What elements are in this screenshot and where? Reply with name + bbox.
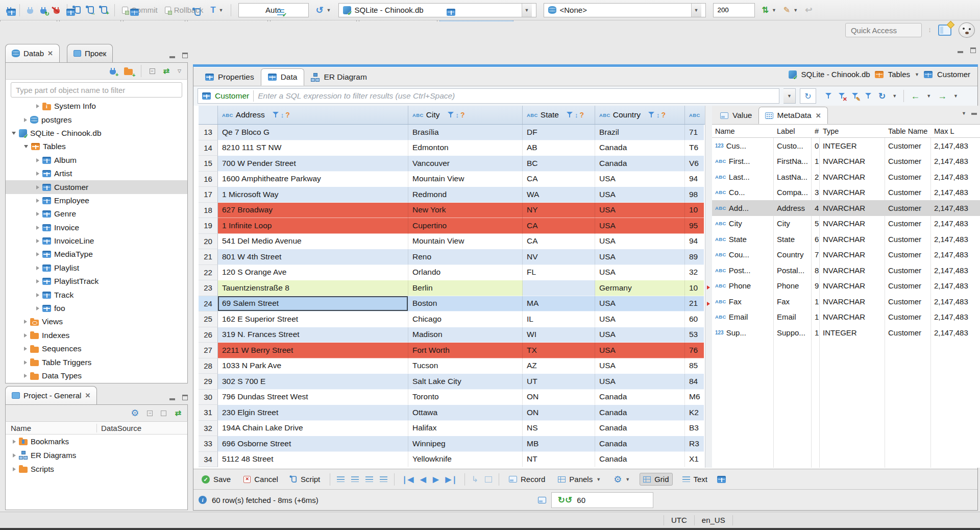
cell-city[interactable]: Mountain View [408, 234, 523, 250]
meta-cell-name[interactable]: ABCFax [712, 294, 774, 309]
tx-mode-combo[interactable]: Auto [238, 3, 309, 17]
tx-history-button[interactable]: ↺▼ [316, 5, 331, 16]
cell-postal[interactable]: 60 [685, 311, 704, 327]
tree-item-foo[interactable]: foo [6, 302, 187, 315]
cell-postal[interactable]: V6 [685, 156, 704, 172]
meta-cell-label[interactable]: Compa... [774, 185, 812, 201]
record-button[interactable]: Record [506, 473, 548, 485]
close-icon[interactable]: ✕ [816, 112, 821, 119]
meta-cell-type[interactable]: NVARCHAR [820, 185, 885, 201]
cell-country[interactable]: USA [595, 358, 685, 374]
cell-country[interactable]: USA [595, 249, 685, 265]
cell-city[interactable]: Madison [408, 327, 523, 343]
cell-address[interactable]: 194A Chain Lake Drive [218, 421, 408, 437]
cell-city[interactable]: Brasília [408, 125, 523, 140]
cell-postal[interactable]: 94 [685, 172, 704, 187]
row-number[interactable]: 31 [199, 405, 218, 421]
meta-cell-label[interactable]: City [774, 216, 812, 232]
column-header-city[interactable]: ABCCity↕? [408, 106, 523, 124]
meta-cell-max[interactable]: 2,147,483 [931, 247, 980, 263]
cell-postal[interactable]: M6 [685, 390, 704, 405]
settings-button[interactable]: ⚙▼ [610, 472, 633, 487]
transaction-log-button[interactable]: T▼ [210, 5, 223, 15]
meta-cell-max[interactable]: 2,147,483 [931, 325, 980, 341]
expand-arrow-icon[interactable] [36, 212, 39, 216]
column-datasource[interactable]: DataSource [96, 424, 141, 432]
cell-postal[interactable]: 10 [685, 280, 704, 296]
close-icon[interactable]: ✕ [85, 392, 90, 399]
tree-item-invoice[interactable]: Invoice [6, 221, 187, 234]
meta-cell-name[interactable]: ABCLast... [712, 169, 774, 185]
meta-cell-label[interactable]: FirstNa... [774, 154, 812, 170]
meta-cell-label[interactable]: State [774, 231, 812, 247]
cell-state[interactable]: NY [523, 203, 595, 219]
cell-country[interactable]: Canada [595, 140, 685, 156]
new-folder-icon[interactable]: + [124, 69, 133, 75]
cell-address[interactable]: Qe 7 Bloco G [218, 125, 408, 140]
cell-country[interactable]: Germany [595, 280, 685, 296]
expand-arrow-icon[interactable] [13, 453, 16, 457]
cell-country[interactable]: USA [595, 187, 685, 203]
expand-arrow-icon[interactable] [36, 172, 39, 176]
meta-cell-table[interactable]: Customer [885, 216, 931, 232]
cell-state[interactable]: NS [523, 421, 595, 437]
meta-cell-ord[interactable]: 4 [812, 200, 820, 216]
meta-cell-ord[interactable]: 5 [812, 216, 820, 232]
meta-cell-label[interactable]: Phone [774, 278, 812, 294]
cell-postal[interactable]: R3 [685, 436, 704, 452]
column-name[interactable]: Name [6, 424, 96, 432]
metadata-row[interactable]: ABCStateState6NVARCHARCustomer2,147,483 [712, 231, 980, 247]
connection-dropdown-button[interactable]: ▼ [522, 4, 532, 17]
metadata-row[interactable]: 123Cus...Custo...0INTEGERCustomer2,147,4… [712, 138, 980, 154]
cell-state[interactable]: AZ [523, 358, 595, 374]
cell-state[interactable]: CA [523, 172, 595, 187]
disconnect-button[interactable] [54, 7, 60, 14]
cell-state[interactable]: ON [523, 390, 595, 405]
cell-postal[interactable]: 98 [685, 187, 704, 203]
row-number[interactable]: 26 [199, 327, 218, 343]
expand-arrow-icon[interactable] [36, 104, 39, 108]
cell-city[interactable]: Reno [408, 249, 523, 265]
tab-projects[interactable]: Проек [67, 44, 113, 62]
filter-funnel-icon[interactable] [273, 112, 279, 118]
expand-arrow-icon[interactable] [36, 252, 39, 256]
cell-address[interactable]: 120 S Orange Ave [218, 265, 408, 281]
row-number[interactable]: 16 [199, 172, 218, 187]
meta-cell-type[interactable]: NVARCHAR [820, 262, 885, 278]
tree-item-playlisttrack[interactable]: PlaylistTrack [6, 275, 187, 288]
cell-state[interactable]: AB [523, 140, 595, 156]
meta-cell-table[interactable]: Customer [885, 185, 931, 201]
meta-cell-ord[interactable]: 2 [812, 169, 820, 185]
sync-selection-button[interactable]: ⇅▼ [762, 5, 776, 15]
column-header-address[interactable]: ABCAddress↕? [218, 106, 408, 124]
expand-icon[interactable] [161, 411, 166, 416]
subtab-properties[interactable]: Properties [199, 68, 261, 86]
meta-cell-ord[interactable]: 1 [812, 309, 820, 325]
cell-postal[interactable]: 71 [685, 125, 704, 140]
meta-cell-label[interactable]: Fax [774, 294, 812, 309]
meta-column-[interactable]: # [812, 127, 820, 135]
meta-cell-name[interactable]: 123Cus... [712, 138, 774, 154]
add-row-icon[interactable] [351, 476, 359, 482]
meta-cell-label[interactable]: Custo... [774, 138, 812, 154]
expand-arrow-icon[interactable] [24, 347, 27, 351]
schema-dropdown-button[interactable]: ▼ [691, 4, 701, 17]
row-number[interactable]: 15 [199, 156, 218, 172]
monitor-icon[interactable] [538, 497, 546, 503]
column-header-state[interactable]: ABCState↕? [523, 106, 595, 124]
cell-country[interactable]: Canada [595, 405, 685, 421]
cell-country[interactable]: USA [595, 374, 685, 390]
maximize-icon[interactable] [182, 395, 188, 400]
cell-country[interactable]: Canada [595, 452, 685, 468]
cell-country[interactable]: USA [595, 343, 685, 358]
grid-scrollbar[interactable] [705, 106, 712, 468]
cell-address[interactable]: 69 Salem Street [218, 296, 408, 312]
meta-cell-table[interactable]: Customer [885, 325, 931, 341]
meta-cell-table[interactable]: Customer [885, 262, 931, 278]
meta-cell-ord[interactable]: 3 [812, 185, 820, 201]
cell-postal[interactable]: 53 [685, 327, 704, 343]
minimize-icon[interactable] [958, 51, 963, 53]
breadcrumb-connection[interactable]: SQLite - Chinook.db [801, 70, 870, 79]
row-number[interactable]: 29 [199, 374, 218, 390]
meta-cell-max[interactable]: 2,147,483 [931, 138, 980, 154]
